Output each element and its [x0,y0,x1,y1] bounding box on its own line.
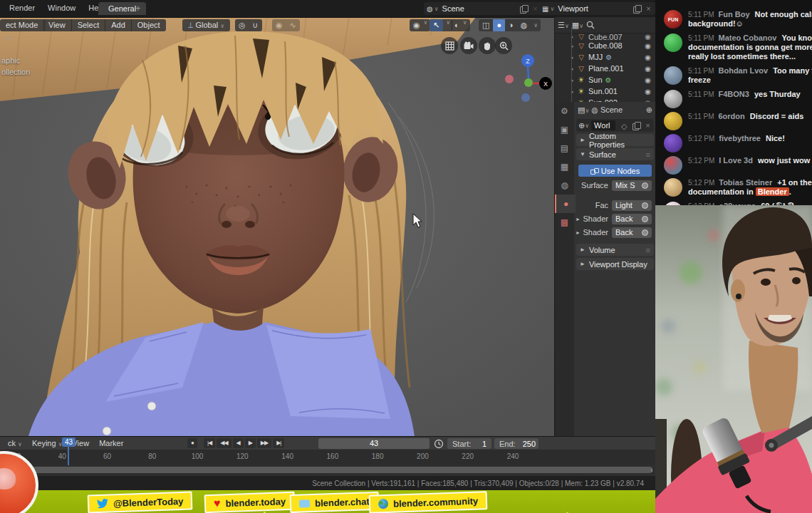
search-icon[interactable] [586,21,595,29]
current-frame-badge[interactable]: 43 [62,437,76,447]
banner-link-twitter[interactable]: @BlenderToday [88,491,193,513]
add-workspace-button[interactable]: + [135,3,141,14]
snap-magnet-icon[interactable]: ∪ [249,19,262,31]
breadcrumb-scene[interactable]: Scene [600,105,623,114]
timeline-scrollbar[interactable] [1,467,652,473]
auto-keying-button[interactable]: ● [187,438,197,448]
menu-window[interactable]: Window [41,0,82,16]
banner-link-heart[interactable]: ♥blender.today [204,492,296,513]
panel-grip-icon[interactable]: ≡ [646,150,650,159]
panel-custom-properties[interactable]: ►Custom Properties [576,134,654,146]
panel-volume[interactable]: ►Volume ≡ [576,244,654,256]
properties-tab-scene[interactable]: ◍ [555,176,574,195]
playhead[interactable] [68,447,69,465]
outliner-row-sun[interactable]: ●☀Sun⚙◉ [555,74,656,86]
gizmo-arrow-icon[interactable]: ↖ [430,19,443,31]
transport-button-4[interactable]: ▶▶ [257,438,271,448]
copy-world-icon[interactable] [633,122,640,130]
visibility-eye-icon[interactable]: ◉ [645,53,651,61]
panel-corner-arrow[interactable]: ‹ [650,465,653,474]
viewport-menu-select[interactable]: Select [72,19,106,31]
viewport-menu-add[interactable]: Add [105,19,132,31]
visibility-eye-icon[interactable]: ◉ [645,65,651,73]
viewlayer-selector[interactable]: ▦∨ Viewport × [539,2,655,15]
properties-tab-tool[interactable]: ⚙ [555,102,574,120]
node-socket-icon[interactable] [642,229,648,236]
use-nodes-button[interactable]: Use Nodes [578,165,652,177]
visibility-eye-icon[interactable]: ◉ [645,42,651,50]
timeline-menu-marker[interactable]: Marker [94,439,128,447]
outliner-row-cube.008[interactable]: ●▽Cube.008◉ [555,40,656,51]
transport-button-1[interactable]: ◀◀ [217,438,231,448]
pan-hand-icon[interactable] [479,37,496,54]
camera-view-icon[interactable] [460,37,477,54]
panel-surface[interactable]: ▼Surface ≡ [576,148,654,160]
property-value-fac[interactable]: Light [612,200,652,211]
timeline-menu-keying[interactable]: Keying ∨ [27,439,68,447]
node-socket-icon[interactable] [642,182,648,189]
banner-link-globe[interactable]: blender.community [369,491,488,513]
outliner-row-sun.001[interactable]: ●☀Sun.001◉ [555,86,656,97]
panel-viewport-display[interactable]: ►Viewport Display [576,258,654,270]
overlays-toggle[interactable]: ◐∨ [451,19,470,31]
outliner-row-partial[interactable]: ●▽ Cube.007◉ [555,33,656,40]
3d-viewport[interactable]: Z X aphic ollection [0,17,556,436]
properties-tab-render[interactable]: ▣ [555,120,574,139]
gizmo-toggle[interactable]: ↖∨ [430,19,453,31]
world-name-field[interactable]: Worl [591,120,615,130]
property-value-shader[interactable]: Back [612,214,652,224]
shading-material-icon[interactable]: ◑ [505,19,517,31]
timeline-ruler[interactable]: 20406080100120140160180200220240 [0,450,655,465]
properties-tab-texture[interactable]: ▩ [555,213,574,232]
proportional-icon[interactable]: ◉ [272,19,286,31]
outliner-row-mjj[interactable]: ●▽MJJ⚙◉ [555,51,656,63]
outliner-row-sun.002[interactable]: ●☀Sun.002◉ [555,97,656,102]
menu-render[interactable]: Render [3,0,41,16]
falloff-icon[interactable]: ∿ [286,19,300,31]
visibility-eye-icon[interactable]: ◉ [410,19,424,31]
node-socket-icon[interactable] [642,202,648,209]
properties-tab-output[interactable]: ▤ [555,139,574,157]
properties-tab-view-layer[interactable]: ▦ [555,157,574,176]
expand-arrow-icon[interactable]: ► [574,217,581,222]
scene-selector[interactable]: ◍∨ Scene × [424,2,542,15]
grid-toggle-icon[interactable] [441,37,458,54]
proportional-edit-controls[interactable]: ◉ ∿ [272,19,300,31]
overlays-icon[interactable]: ◐ [451,19,463,31]
expand-arrow-icon[interactable]: ► [574,230,581,235]
transport-button-2[interactable]: ◀ [233,438,244,448]
banner-link-bubble[interactable]: blender.chat [290,492,379,513]
new-scene-icon[interactable] [520,5,528,13]
visibility-eye-icon[interactable]: ◉ [645,76,651,84]
panel-grip-icon[interactable]: ≡ [646,246,650,254]
remove-viewlayer-icon[interactable]: × [645,5,652,13]
property-value-surface[interactable]: Mix S [612,180,652,191]
outliner-display-mode-icon[interactable]: ☰∨ [558,21,569,30]
node-socket-icon[interactable] [642,216,648,222]
transform-orientation[interactable]: ⟂ Global ∨ [182,19,230,31]
transport-button-0[interactable]: |◀ [204,438,215,448]
viewport-menu-view[interactable]: View [43,19,72,31]
editor-type-icon[interactable]: ▤∨ [578,105,589,115]
snap-controls[interactable]: ◎ ∪ [235,19,262,31]
chat-panel[interactable]: FUN5:11 PMFun BoyNot enough calm musback… [655,0,812,205]
world-datablock[interactable]: ⊕∨ Worl ◇ × [576,119,654,132]
outliner-filter-icon[interactable]: ▦∨ [572,21,583,30]
visibility-dropdown[interactable]: ◉∨ [410,19,430,31]
unlink-world-icon[interactable]: × [644,122,652,130]
shading-rendered-icon[interactable]: ◍ [517,19,531,31]
mode-dropdown[interactable]: ect Mode ∨ [0,19,46,31]
outliner-row-plane.001[interactable]: ●▽Plane.001◉ [555,63,656,74]
timeline-menu-ck[interactable]: ck ∨ [3,439,27,447]
transport-button-3[interactable]: ▶ [245,438,256,448]
snap-target-icon[interactable]: ◎ [235,19,249,31]
fake-user-shield-icon[interactable]: ◇ [621,122,629,130]
shading-solid-icon[interactable]: ● [493,19,505,31]
start-frame-field[interactable]: Start:1 [447,438,491,449]
property-value-shader[interactable]: Back [612,227,652,238]
shading-wireframe-icon[interactable]: ◫ [479,19,493,31]
new-viewlayer-icon[interactable] [633,5,641,13]
current-frame-field[interactable]: 43 [318,438,430,449]
properties-tab-world[interactable]: ● [555,195,576,213]
visibility-eye-icon[interactable]: ◉ [645,88,651,95]
